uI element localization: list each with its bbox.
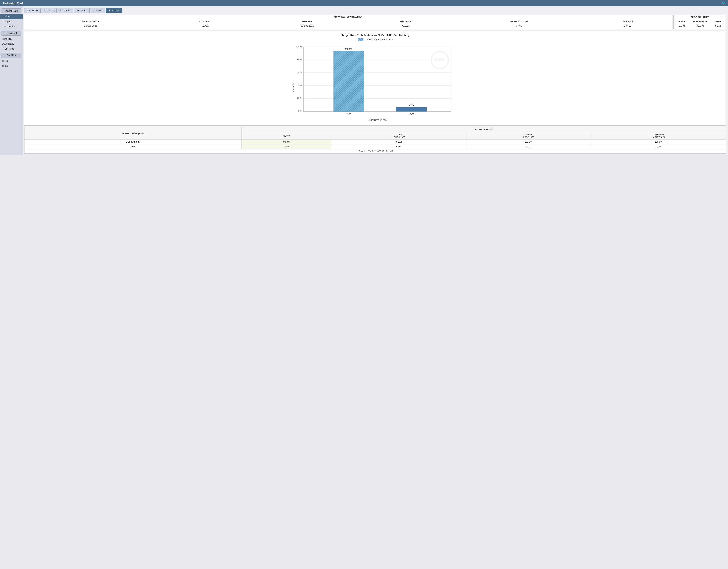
day1-0-25: 94.0% [332,140,466,144]
sidebar-item-compare[interactable]: Compare [0,19,23,24]
sidebar-historical-header[interactable]: Historical [1,31,21,36]
contract-value: ZQU1 [155,24,256,28]
col-no-change: NO CHANGE [688,20,712,24]
table-row-25-50: 25-50 6.2% 6.0% 0.0% 0.0% [25,144,726,149]
svg-text:Probability: Probability [292,81,295,92]
sidebar-item-current[interactable]: Current [0,14,23,19]
svg-text:Target Rate (in bps): Target Rate (in bps) [367,119,387,121]
tab-16dec20[interactable]: 16 Dec20 [24,8,41,13]
tab-22sep21[interactable]: 22 Sep21 [106,8,122,13]
sidebar-item-prior-hikes[interactable]: Prior Hikes [0,46,23,51]
info-panel: MEETING INFORMATION MEETING DATE CONTRAC… [24,15,726,29]
tab-28apr21[interactable]: 28 Apr21 [74,8,89,13]
1day-header: 1 DAY15 DEC 2020 [332,132,466,140]
col-mid-price: MID PRICE [358,20,453,24]
svg-text:20 %: 20 % [297,97,302,99]
sidebar-item-probabilities[interactable]: Probabilities [0,24,23,29]
meeting-info-panel: MEETING INFORMATION MEETING DATE CONTRAC… [24,15,672,29]
svg-text:100 %: 100 % [296,45,302,48]
col-prior-volume: PRIOR VOLUME [453,20,585,24]
twitter-icon: 🐦 [722,2,725,5]
col-hike: HIKE [712,20,724,24]
svg-text:0 %: 0 % [298,110,302,112]
rate-0-25: 0-25 (Current) [25,140,242,144]
col-expires: EXPIRES [256,20,358,24]
sidebar-item-chart[interactable]: Chart [0,59,23,64]
bar-chart: Probability 0 % 20 % 40 % 60 % [290,43,461,123]
probabilities-side-panel: PROBABILITIES EASE NO CHANGE HIKE 0.0 % … [673,15,726,29]
chart-title: Target Rate Probabilities for 22 Sep 202… [28,34,723,37]
footnote-row: * Data as of 16 Dec 2020 06:25:21 CT [25,149,726,153]
sidebar-item-table[interactable]: Table [0,64,23,68]
col-prior-oi: PRIOR OI [585,20,670,24]
rate-25-50: 25-50 [25,144,242,149]
tab-17mar21[interactable]: 17 Mar21 [57,8,73,13]
prior-volume-value: 3,450 [453,24,585,28]
tab-27jan21[interactable]: 27 Jan21 [41,8,57,13]
tab-16jun21[interactable]: 16 Jun21 [89,8,105,13]
app-title: FedWatch Tool [3,2,23,5]
no-change-value: 93.8 % [688,24,712,28]
meeting-info-title: MEETING INFORMATION [26,16,670,19]
week1-25-50: 0.0% [466,144,591,149]
now-header: NOW * [242,132,332,140]
meeting-date-value: 22 Sep 2021 [26,24,155,28]
svg-text:80 %: 80 % [297,58,302,61]
now-0-25: 93.8% [242,140,332,144]
day1-25-50: 6.0% [332,144,466,149]
probability-pct-header: PROBABILITY(%) [242,127,726,132]
svg-text:CME: CME [435,57,445,62]
month1-25-50: 0.0% [591,144,726,149]
sidebar-item-historical[interactable]: Historical [0,36,23,41]
1month-header: 1 MONTH16 NOV 2020 [591,132,726,140]
meeting-info-row: 22 Sep 2021 ZQU1 30 Sep 2021 99.9225 3,4… [26,24,670,28]
month1-0-25: 100.0% [591,140,726,144]
svg-text:60 %: 60 % [297,71,302,74]
mid-price-value: 99.9225 [358,24,453,28]
chart-legend: Current Target Rate of 0-25 [28,38,723,41]
sidebar: Target Rate Current Compare Probabilitie… [0,6,23,155]
probabilities-table: EASE NO CHANGE HIKE 0.0 % 93.8 % 6.2 % [675,20,724,28]
ease-value: 0.0 % [675,24,688,28]
table-row-0-25: 0-25 (Current) 93.8% 94.0% 100.0% 100.0% [25,140,726,144]
tabs-row: 16 Dec20 27 Jan21 17 Mar21 28 Apr21 16 J… [24,8,726,13]
prior-oi-value: 23,610 [585,24,670,28]
topbar: FedWatch Tool 🐦 [0,0,728,6]
bottom-table-area: TARGET RATE (BPS) PROBABILITY(%) NOW * 1… [24,127,726,154]
sidebar-item-downloads[interactable]: Downloads [0,41,23,46]
sidebar-target-rate-header[interactable]: Target Rate [1,8,21,13]
probabilities-title: PROBABILITIES [675,16,724,19]
col-meeting-date: MEETING DATE [26,20,155,24]
footnote: * Data as of 16 Dec 2020 06:25:21 CT [25,149,726,153]
svg-text:6.2 %: 6.2 % [409,104,414,107]
content-area: 16 Dec20 27 Jan21 17 Mar21 28 Apr21 16 J… [23,6,728,155]
bottom-table: TARGET RATE (BPS) PROBABILITY(%) NOW * 1… [24,127,726,153]
svg-rect-18 [334,51,364,111]
probabilities-row: 0.0 % 93.8 % 6.2 % [675,24,724,28]
legend-label: Current Target Rate of 0-25 [365,38,393,41]
svg-rect-1 [303,47,451,111]
meeting-info-table: MEETING DATE CONTRACT EXPIRES MID PRICE … [26,20,670,28]
target-rate-header: TARGET RATE (BPS) [25,127,242,140]
svg-text:40 %: 40 % [297,84,302,86]
expires-value: 30 Sep 2021 [256,24,358,28]
col-contract: CONTRACT [155,20,256,24]
svg-rect-20 [396,107,427,111]
week1-0-25: 100.0% [466,140,591,144]
main-layout: Target Rate Current Compare Probabilitie… [0,6,728,155]
svg-text:93.8 %: 93.8 % [345,47,352,50]
svg-text:0-25: 0-25 [347,113,351,116]
chart-wrapper: Probability 0 % 20 % 40 % 60 % [28,43,723,123]
sidebar-dot-plot-header[interactable]: Dot Plot [1,53,21,58]
now-25-50: 6.2% [242,144,332,149]
hike-value: 6.2 % [712,24,724,28]
col-ease: EASE [675,20,688,24]
svg-text:25-50: 25-50 [409,113,414,116]
legend-box-icon [358,38,363,41]
chart-area: Target Rate Probabilities for 22 Sep 202… [24,31,726,125]
1week-header: 1 WEEK9 DEC 2020 [466,132,591,140]
